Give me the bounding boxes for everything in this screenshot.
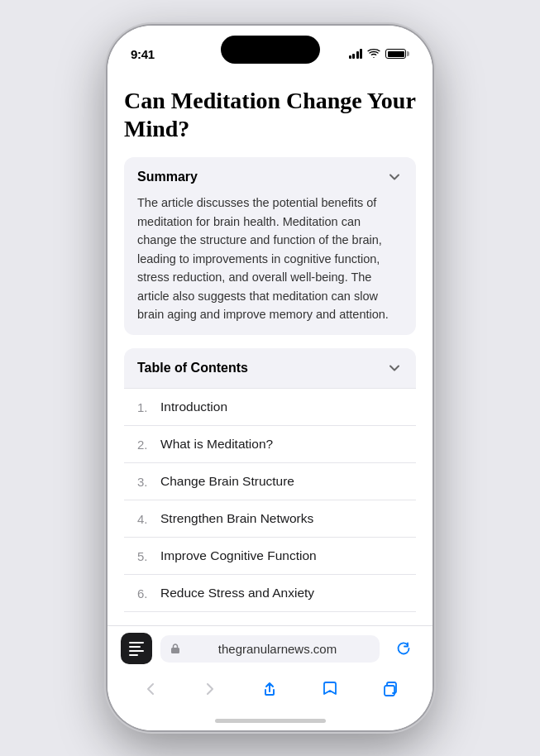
content-area: Can Meditation Change Your Mind? Summary…: [108, 70, 432, 730]
forward-button[interactable]: [192, 674, 228, 704]
toc-item-number: 6.: [137, 586, 154, 600]
toc-card: Table of Contents 1. Introduction 2. Wha…: [124, 348, 416, 625]
address-field[interactable]: thegranularnews.com: [160, 635, 380, 663]
toc-item-label: Reduce Stress and Anxiety: [160, 586, 314, 600]
toc-item[interactable]: 6. Reduce Stress and Anxiety: [124, 574, 416, 611]
summary-body: The article discusses the potential bene…: [137, 194, 403, 323]
share-icon: [260, 680, 279, 698]
toc-header[interactable]: Table of Contents: [124, 348, 416, 388]
back-button[interactable]: [132, 674, 169, 704]
toc-item[interactable]: 7. Slow Brain Aging: [124, 611, 416, 625]
address-text: thegranularnews.com: [185, 642, 370, 656]
toc-item[interactable]: 3. Change Brain Structure: [124, 462, 416, 500]
summary-heading: Summary: [137, 170, 198, 184]
forward-icon: [201, 680, 219, 698]
status-icons: [349, 49, 410, 59]
phone-screen: 9:41: [108, 26, 432, 730]
bottom-bar: thegranularnews.com: [108, 625, 432, 711]
toc-item-number: 1.: [137, 400, 154, 414]
toc-item-number: 4.: [137, 512, 154, 526]
tabs-button[interactable]: [371, 674, 408, 704]
svg-rect-0: [171, 648, 179, 653]
article-title: Can Meditation Change Your Mind?: [124, 87, 416, 142]
reader-icon: [129, 642, 144, 656]
wifi-icon: [367, 49, 380, 59]
reload-button[interactable]: [388, 633, 419, 664]
lock-icon: [170, 643, 180, 654]
status-time: 9:41: [131, 47, 155, 61]
share-button[interactable]: [251, 674, 288, 704]
toc-heading: Table of Contents: [137, 361, 248, 376]
toc-item[interactable]: 2. What is Meditation?: [124, 425, 416, 462]
address-bar-row: thegranularnews.com: [121, 633, 419, 664]
svg-rect-1: [385, 686, 394, 696]
toc-item-number: 3.: [137, 475, 154, 489]
dynamic-island: [221, 36, 320, 64]
back-icon: [141, 680, 160, 698]
toc-chevron-icon: [386, 360, 403, 376]
home-bar: [215, 719, 326, 723]
signal-bars-icon: [349, 49, 363, 59]
toc-item-label: Improve Cognitive Function: [160, 548, 317, 563]
toc-items-list: 1. Introduction 2. What is Meditation? 3…: [124, 388, 416, 625]
toc-item-label: What is Meditation?: [160, 437, 273, 452]
bookmarks-button[interactable]: [312, 674, 348, 704]
status-bar: 9:41: [108, 26, 432, 70]
nav-row: [121, 671, 419, 707]
summary-chevron-icon: [386, 169, 403, 185]
battery-icon: [385, 49, 409, 59]
toc-item[interactable]: 1. Introduction: [124, 388, 416, 425]
home-indicator: [108, 711, 432, 730]
toc-item-number: 5.: [137, 549, 154, 563]
summary-card-header[interactable]: Summary: [137, 169, 403, 185]
reader-button[interactable]: [121, 633, 152, 664]
toc-item-label: Change Brain Structure: [160, 474, 294, 489]
toc-item[interactable]: 4. Strengthen Brain Networks: [124, 500, 416, 537]
toc-item[interactable]: 5. Improve Cognitive Function: [124, 537, 416, 574]
phone-frame: 9:41: [108, 26, 432, 730]
reload-icon: [395, 640, 412, 657]
toc-item-label: Strengthen Brain Networks: [160, 511, 313, 526]
toc-item-number: 2.: [137, 438, 154, 452]
toc-item-label: Introduction: [160, 400, 227, 414]
summary-card: Summary The article discusses the potent…: [124, 157, 416, 335]
bookmarks-icon: [321, 680, 339, 698]
tabs-icon: [380, 680, 399, 698]
scroll-content[interactable]: Can Meditation Change Your Mind? Summary…: [108, 70, 432, 625]
